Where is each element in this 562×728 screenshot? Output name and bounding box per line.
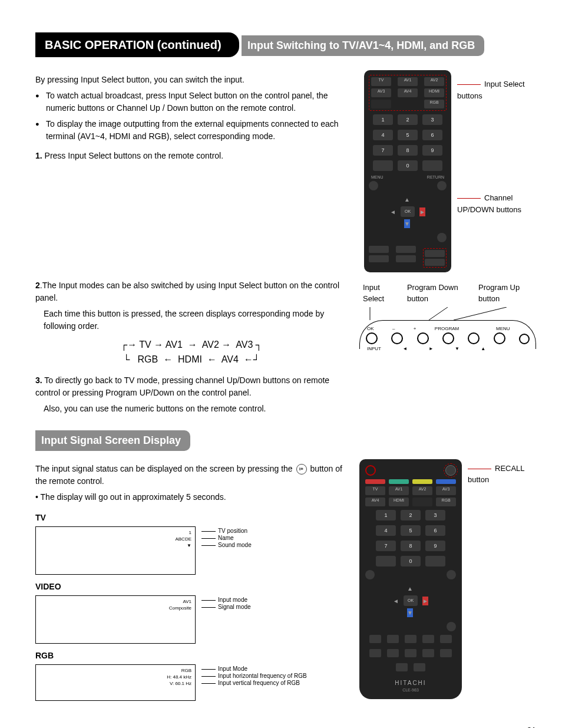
recall-icon: i+ bbox=[296, 464, 307, 475]
menu-icon bbox=[369, 181, 378, 190]
remote-num-4: 4 bbox=[373, 130, 393, 140]
sec1-step3b: Also, you can use the numeric buttons on… bbox=[44, 403, 348, 415]
sec1-intro: By pressing Input Select button, you can… bbox=[35, 74, 348, 86]
panel-vol-down bbox=[391, 332, 403, 344]
input-cycle-diagram: ┌→ TV → AV1 → AV2 → AV3 ┐ └ RGB ← HDMI ←… bbox=[35, 337, 348, 367]
green-button bbox=[389, 479, 409, 484]
remote-btn-av4: AV4 bbox=[398, 88, 418, 97]
remote-num-6: 6 bbox=[422, 130, 442, 140]
osd-video-label: VIDEO bbox=[35, 581, 348, 593]
chapter-heading: BASIC OPERATION (continued) bbox=[35, 32, 239, 57]
page-number: 21 bbox=[35, 724, 536, 728]
osd-rgb-box: RGB H: 48.4 kHz V: 60.1 Hz bbox=[35, 664, 196, 701]
remote-btn-av3: AV3 bbox=[371, 88, 391, 97]
sec2-intro: The input signal status can be displayed… bbox=[35, 463, 348, 487]
remote-btn-blank bbox=[371, 100, 391, 108]
dpad: ▲▼◄► OK bbox=[387, 583, 434, 618]
remote-btn-rgb: RGB bbox=[424, 100, 444, 108]
osd-video-callouts: Input mode Signal mode bbox=[201, 597, 251, 611]
osd-tv-callouts: TV position Name Sound mode bbox=[201, 528, 252, 549]
remote-btn-av1: AV1 bbox=[398, 77, 418, 86]
ch-down-btn bbox=[425, 259, 445, 266]
panel-prog-up bbox=[468, 332, 480, 344]
remote-num-ent bbox=[422, 160, 442, 171]
panel-label-input-select: Input Select bbox=[363, 282, 395, 305]
ch-up-btn bbox=[425, 250, 445, 257]
section1-heading: Input Switching to TV/AV1~4, HDMI, and R… bbox=[242, 35, 484, 56]
sec1-step2b: Each time this button is pressed, the sc… bbox=[44, 308, 348, 332]
red-button bbox=[365, 479, 385, 484]
recall-button-highlight bbox=[445, 465, 456, 476]
return-icon bbox=[437, 181, 447, 190]
sec1-step1: 1. Press Input Select buttons on the rem… bbox=[35, 150, 348, 162]
sec2-bullet1: • The display will go out in approximate… bbox=[35, 491, 348, 503]
osd-rgb-callouts: Input Mode Input horizontal frequency of… bbox=[201, 666, 307, 687]
remote-num-3: 3 bbox=[422, 114, 442, 125]
svg-line-2 bbox=[454, 307, 507, 320]
remote-btn-av2: AV2 bbox=[424, 77, 444, 86]
return-icon bbox=[447, 570, 456, 579]
brand-label: HITACHI bbox=[365, 678, 456, 687]
remote-num-5: 5 bbox=[398, 130, 418, 140]
remote-num-9: 9 bbox=[422, 145, 442, 156]
panel-label-prog-up: Program Up button bbox=[478, 282, 530, 305]
remote-num-7: 7 bbox=[373, 145, 393, 156]
remote-btn-hdmi: HDMI bbox=[424, 88, 444, 97]
sec1-bullet2: To display the image outputting from the… bbox=[35, 118, 348, 143]
panel-prog-down bbox=[442, 332, 454, 344]
channel-updown-highlight bbox=[423, 248, 447, 268]
panel-menu-btn bbox=[494, 332, 505, 344]
osd-tv-box: 1 ABCDE ▼ bbox=[35, 526, 196, 575]
callout-recall: RECALL button bbox=[468, 463, 536, 486]
power-icon bbox=[365, 465, 376, 476]
svg-line-1 bbox=[429, 307, 448, 320]
osd-tv-label: TV bbox=[35, 512, 348, 524]
panel-power-btn bbox=[519, 334, 530, 344]
section2-heading: Input Signal Screen Display bbox=[35, 430, 190, 451]
panel-ok-btn bbox=[366, 332, 378, 344]
osd-rgb-label: RGB bbox=[35, 650, 348, 662]
sec1-step2a: 2.The Input modes can be also switched b… bbox=[35, 279, 348, 304]
panel-vol-up bbox=[417, 332, 429, 344]
menu-icon bbox=[365, 570, 375, 579]
input-select-highlight: TV AV1 AV2 AV3 AV4 HDMI RGB bbox=[369, 75, 447, 111]
remote-num-2: 2 bbox=[398, 114, 418, 125]
callout-channel: Channel UP/DOWN buttons bbox=[457, 192, 536, 215]
osd-video-box: AV1 Composite bbox=[35, 595, 196, 644]
panel-lead-lines bbox=[359, 307, 536, 320]
remote-num-dash bbox=[373, 160, 393, 171]
ok-button: OK bbox=[404, 595, 418, 606]
sec1-step3a: 3. To directly go back to TV mode, press… bbox=[35, 374, 348, 399]
panel-label-prog-down: Program Down button bbox=[407, 282, 467, 305]
sec1-bullet1: To watch actual broadcast, press Input S… bbox=[35, 90, 348, 114]
yellow-button bbox=[412, 479, 432, 484]
dpad: ▲▼◄► OK bbox=[384, 194, 431, 229]
model-label: CLE-983 bbox=[365, 687, 456, 694]
remote-num-0: 0 bbox=[398, 160, 418, 171]
control-panel-illustration: Input Select Program Down button Program… bbox=[359, 282, 536, 349]
blue-button bbox=[436, 479, 456, 484]
remote-top-illustration: TV AV1 AV2 AV3 AV4 HDMI RGB 1 2 3 4 5 6 … bbox=[364, 70, 451, 272]
ok-button: OK bbox=[401, 206, 415, 217]
callout-input-select: Input Select buttons bbox=[457, 78, 536, 101]
remote-num-1: 1 bbox=[373, 114, 393, 125]
pmode-icon bbox=[437, 233, 447, 242]
remote-num-8: 8 bbox=[398, 145, 418, 156]
remote-btn-tv: TV bbox=[371, 77, 391, 86]
remote-full-illustration: TV AV1 AV2 AV3 AV4 HDMI RGB 1 2 3 4 5 6 … bbox=[359, 459, 462, 700]
